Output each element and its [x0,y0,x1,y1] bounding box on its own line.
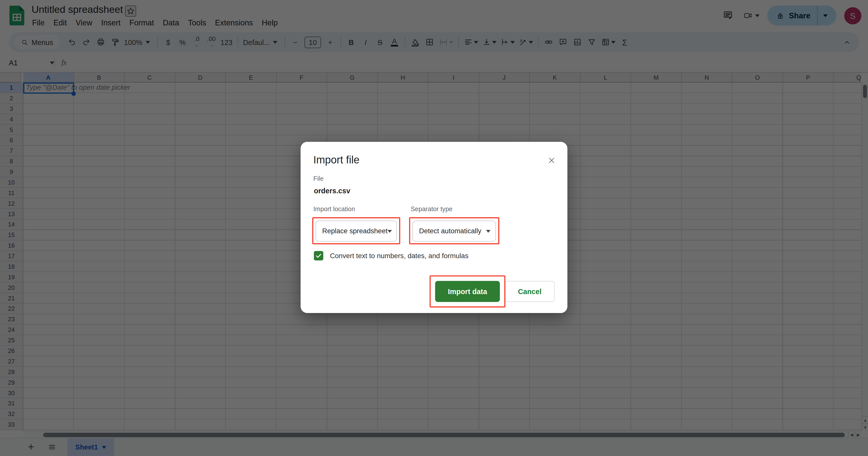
cancel-button[interactable]: Cancel [505,281,555,302]
import-location-label: Import location [313,206,355,212]
annotation-box-import-location [312,217,400,244]
file-label: File [313,175,324,181]
annotation-box-import-button [430,275,505,308]
annotation-box-separator-type [409,217,499,244]
close-icon[interactable] [546,155,556,165]
import-file-dialog: Import file File orders.csv Import locat… [301,142,567,313]
checkmark-icon [315,252,322,259]
file-name: orders.csv [314,187,350,195]
google-sheets-window: Untitled spreadsheet FileEditViewInsertF… [0,0,868,456]
dialog-title: Import file [313,154,360,166]
convert-text-checkbox[interactable] [314,251,323,260]
convert-text-label: Convert text to numbers, dates, and form… [330,252,468,260]
separator-type-label: Separator type [411,206,452,212]
